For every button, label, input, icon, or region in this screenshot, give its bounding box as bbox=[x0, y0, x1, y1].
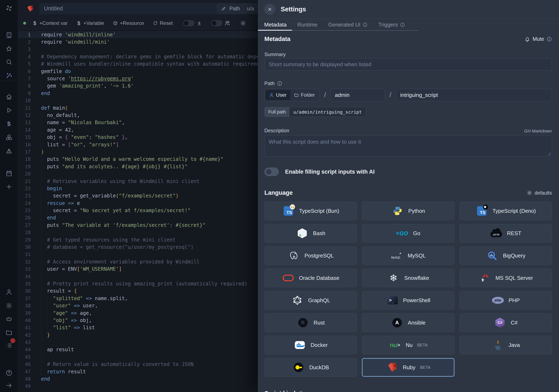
owner-kind-folder[interactable]: Folder bbox=[290, 90, 319, 100]
add-context-var-label: +Context var bbox=[39, 20, 68, 26]
info-icon[interactable] bbox=[363, 22, 367, 27]
language-card-docker[interactable]: Docker bbox=[264, 336, 357, 354]
language-card-rust[interactable]: RRust bbox=[264, 313, 357, 332]
language-card-typescript-deno[interactable]: TSTypeScript (Deno) bbox=[459, 201, 552, 220]
path-owner-input[interactable]: admin bbox=[330, 89, 385, 101]
tab-label: Metadata bbox=[264, 21, 287, 28]
folders-icon[interactable] bbox=[4, 328, 14, 337]
language-card-duckdb[interactable]: DuckDB bbox=[264, 358, 357, 377]
language-card-php[interactable]: phpPHP bbox=[459, 291, 552, 310]
multiplayer-toggle[interactable] bbox=[211, 20, 230, 26]
language-card-snowflake[interactable]: ❄Snowflake bbox=[362, 269, 455, 287]
resize-handle[interactable] bbox=[547, 152, 551, 155]
help-icon[interactable] bbox=[4, 368, 14, 377]
path-label: Path bbox=[264, 81, 552, 86]
language-card-java[interactable]: JavaJava bbox=[459, 336, 552, 354]
favorites-icon[interactable] bbox=[4, 44, 14, 53]
language-card-bash[interactable]: $Bash bbox=[264, 224, 357, 243]
indent-guide bbox=[41, 331, 41, 339]
variables-icon[interactable]: $ bbox=[4, 119, 14, 128]
language-heading: Language bbox=[264, 189, 293, 196]
path-name-input[interactable]: intriguing_script bbox=[396, 89, 552, 101]
code-text: end bbox=[41, 91, 50, 96]
diff-toggle-track[interactable] bbox=[183, 20, 194, 26]
duckdb-logo bbox=[292, 361, 305, 373]
mute-button[interactable]: Mute bbox=[525, 36, 552, 42]
language-card-ansible[interactable]: AAnsible bbox=[362, 313, 455, 332]
language-card-graphql[interactable]: GraphQL bbox=[264, 291, 357, 310]
search-icon[interactable] bbox=[4, 57, 14, 67]
owner-kind-user[interactable]: User bbox=[265, 90, 290, 100]
code-text: "splitted" => name.split, bbox=[41, 296, 128, 301]
tab-triggers[interactable]: Triggers bbox=[373, 19, 410, 31]
language-card-c[interactable]: C#C# bbox=[459, 313, 552, 332]
code-text: user = ENV['WM_USERNAME'] bbox=[41, 266, 122, 272]
ai-builder-icon[interactable] bbox=[4, 71, 14, 80]
tab-generated-ui[interactable]: Generated UI bbox=[323, 19, 373, 31]
indent-guide bbox=[41, 111, 41, 119]
language-defaults-button[interactable]: defaults bbox=[527, 190, 552, 196]
windmill-logo[interactable] bbox=[4, 3, 14, 13]
triggers-icon[interactable] bbox=[4, 146, 14, 156]
editor-settings-button[interactable] bbox=[240, 20, 246, 26]
language-card-bigquery[interactable]: BigQuery bbox=[459, 246, 552, 265]
csharp-logo: C# bbox=[494, 317, 506, 329]
diff-mode-toggle[interactable]: ± bbox=[183, 20, 202, 26]
workspace-icon[interactable] bbox=[4, 30, 14, 40]
tab-metadata[interactable]: Metadata bbox=[258, 19, 292, 31]
ai-assistant-icon bbox=[6, 316, 12, 322]
workspace-settings-icon[interactable] bbox=[4, 301, 14, 310]
indent-guide bbox=[41, 214, 41, 221]
language-card-typescript-bun[interactable]: TSTypeScript (Bun) bbox=[264, 201, 357, 220]
description-textarea[interactable]: What this script does and how to use it bbox=[264, 135, 552, 157]
add-context-var-button[interactable]: $ +Context var bbox=[32, 20, 68, 26]
schedules-icon[interactable] bbox=[4, 168, 14, 178]
line-number: 39 bbox=[18, 310, 31, 316]
language-card-rest[interactable]: HTTPREST bbox=[459, 224, 552, 243]
language-card-ruby[interactable]: RubyBETA bbox=[362, 358, 455, 377]
create-icon[interactable] bbox=[4, 182, 14, 191]
language-card-ms-sql-server[interactable]: MS SQL Server bbox=[459, 269, 552, 287]
resources-icon[interactable] bbox=[4, 132, 14, 142]
multiplayer-toggle-track[interactable] bbox=[211, 20, 222, 26]
tab-runtime[interactable]: Runtime bbox=[292, 19, 323, 31]
reset-button[interactable]: Reset bbox=[153, 20, 173, 26]
runs-icon[interactable] bbox=[4, 105, 14, 115]
info-icon[interactable] bbox=[298, 391, 304, 392]
summary-input[interactable]: Short summary to be displayed when liste… bbox=[264, 58, 552, 71]
info-icon[interactable] bbox=[547, 36, 552, 42]
indent-guide bbox=[41, 368, 41, 375]
workers-icon[interactable] bbox=[4, 341, 14, 350]
snowflake-logo: ❄ bbox=[387, 272, 400, 284]
path-button[interactable]: Path u/a bbox=[216, 3, 259, 14]
language-card-postgresql[interactable]: PostgreSQL bbox=[264, 246, 357, 265]
info-icon[interactable] bbox=[277, 81, 282, 86]
add-variable-button[interactable]: $ +Variable bbox=[76, 20, 104, 26]
language-card-mysql[interactable]: MySQLMySQL bbox=[362, 246, 455, 265]
close-settings-button[interactable] bbox=[264, 4, 275, 15]
code-text: # Retrieve variables using the Windmill … bbox=[41, 178, 200, 184]
ai-assistant-icon[interactable] bbox=[4, 314, 14, 324]
language-label: MySQL bbox=[408, 253, 426, 259]
indent-guide bbox=[41, 82, 41, 90]
language-card-python[interactable]: Python bbox=[362, 201, 455, 220]
add-resource-button[interactable]: +Resource bbox=[113, 20, 144, 26]
language-card-oracle-database[interactable]: Oracle Database bbox=[264, 269, 357, 287]
info-icon[interactable] bbox=[400, 22, 405, 27]
home-icon[interactable] bbox=[4, 92, 14, 101]
language-card-go[interactable]: GOGo bbox=[362, 224, 455, 243]
script-title-input[interactable]: Untitled bbox=[39, 3, 235, 15]
language-card-powershell[interactable]: >_PowerShell bbox=[362, 291, 455, 310]
add-resource-label: +Resource bbox=[120, 20, 144, 26]
schedules-icon bbox=[6, 170, 12, 177]
ai-fill-toggle-label: Enable filling script inputs with AI bbox=[285, 169, 375, 175]
account-icon[interactable] bbox=[4, 287, 14, 297]
ai-fill-toggle[interactable] bbox=[264, 167, 279, 176]
indent-guide bbox=[47, 192, 47, 200]
account-icon bbox=[6, 289, 12, 295]
collapse-sidebar-icon[interactable] bbox=[4, 381, 14, 390]
indent-guide bbox=[47, 317, 47, 324]
bash-logo: $ bbox=[296, 227, 308, 239]
svg-text:Java: Java bbox=[496, 348, 501, 350]
language-card-nu[interactable]: nu>NuBETA bbox=[362, 336, 455, 354]
